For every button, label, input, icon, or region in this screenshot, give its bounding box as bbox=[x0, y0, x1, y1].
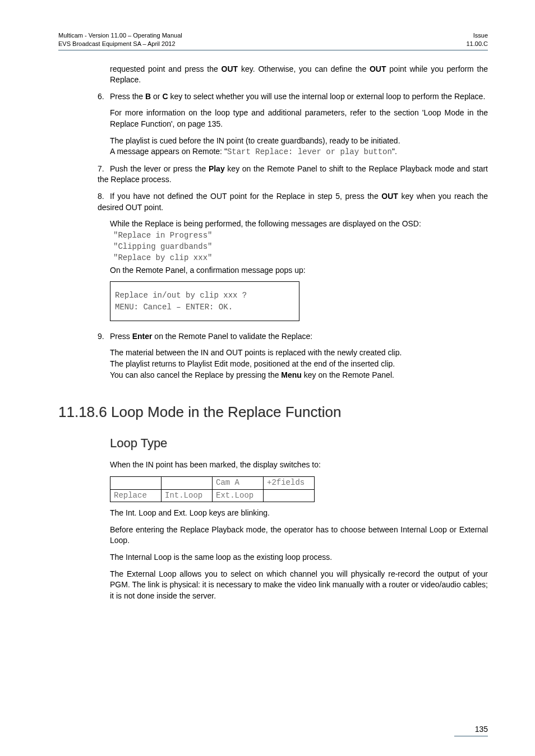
step-7: 7.Push the lever or press the Play key o… bbox=[98, 164, 488, 185]
table-row: Cam A +2fields bbox=[110, 477, 315, 490]
step-number: 8. bbox=[98, 191, 110, 202]
issue-label: Issue bbox=[473, 32, 488, 39]
cell: Cam A bbox=[213, 477, 264, 490]
loop-p1: When the IN point has been marked, the d… bbox=[110, 460, 488, 471]
step-6: 6.Press the B or C key to select whether… bbox=[98, 91, 488, 103]
sub-heading: Loop Type bbox=[110, 435, 488, 452]
step-number: 9. bbox=[98, 331, 110, 342]
step-8-note-1: While the Replace is being performed, th… bbox=[110, 219, 488, 230]
step-number: 7. bbox=[98, 164, 110, 175]
display-table: Cam A +2fields Replace Int.Loop Ext.Loop bbox=[110, 476, 315, 502]
cell: Int.Loop bbox=[162, 489, 213, 502]
doc-title: Multicam - Version 11.00 – Operating Man… bbox=[58, 32, 182, 39]
step-9-note-3: You can also cancel the Replace by press… bbox=[110, 370, 488, 381]
page: Multicam - Version 11.00 – Operating Man… bbox=[0, 0, 535, 756]
table-row: Replace Int.Loop Ext.Loop bbox=[110, 489, 315, 502]
loop-p4: The Internal Loop is the same loop as th… bbox=[110, 552, 488, 563]
header-right: Issue 11.00.C bbox=[466, 31, 488, 48]
footer: 135 bbox=[58, 725, 488, 736]
step-6-note-1: For more information on the loop type an… bbox=[110, 108, 488, 129]
cell bbox=[162, 477, 213, 490]
step-9-note-2: The playlist returns to Playlist Edit mo… bbox=[110, 359, 488, 370]
page-number: 135 bbox=[454, 725, 488, 736]
loop-p3: Before entering the Replace Playback mod… bbox=[110, 525, 488, 546]
cell: Replace bbox=[110, 489, 162, 502]
cell: Ext.Loop bbox=[213, 489, 264, 502]
doc-publisher: EVS Broadcast Equipment SA – April 2012 bbox=[58, 40, 176, 47]
loop-p2: The Int. Loop and Ext. Loop keys are bli… bbox=[110, 508, 488, 519]
step-9-note-1: The material between the IN and OUT poin… bbox=[110, 347, 488, 359]
step-6-note-3: A message appears on Remote: "Start Repl… bbox=[110, 146, 488, 158]
osd-messages: "Replace in Progress" "Clipping guardban… bbox=[113, 230, 488, 264]
box-line: Replace in/out by clip xxx ? bbox=[115, 290, 294, 301]
body-content: requested point and press the OUT key. O… bbox=[110, 64, 488, 602]
loop-p5: The External Loop allows you to select o… bbox=[110, 569, 488, 602]
section-heading: 11.18.6 Loop Mode in the Replace Functio… bbox=[58, 402, 488, 422]
cell bbox=[110, 477, 162, 490]
confirmation-box: Replace in/out by clip xxx ? MENU: Cance… bbox=[110, 281, 299, 321]
issue-number: 11.00.C bbox=[466, 40, 488, 47]
cell bbox=[264, 489, 315, 502]
step-8-note-2: On the Remote Panel, a confirmation mess… bbox=[110, 265, 488, 276]
intro-paragraph: requested point and press the OUT key. O… bbox=[110, 64, 488, 86]
osd-line: "Replace by clip xxx" bbox=[113, 252, 488, 263]
step-8: 8.If you have not defined the OUT point … bbox=[98, 191, 488, 213]
step-9: 9.Press Enter on the Remote Panel to val… bbox=[98, 331, 488, 342]
header: Multicam - Version 11.00 – Operating Man… bbox=[58, 31, 488, 50]
step-6-note-2: The playlist is cued before the IN point… bbox=[110, 136, 488, 147]
cell: +2fields bbox=[264, 477, 315, 490]
step-number: 6. bbox=[98, 91, 110, 103]
box-line: MENU: Cancel – ENTER: OK. bbox=[115, 302, 294, 313]
osd-line: "Replace in Progress" bbox=[113, 230, 488, 241]
header-left: Multicam - Version 11.00 – Operating Man… bbox=[58, 31, 182, 48]
osd-line: "Clipping guardbands" bbox=[113, 241, 488, 252]
